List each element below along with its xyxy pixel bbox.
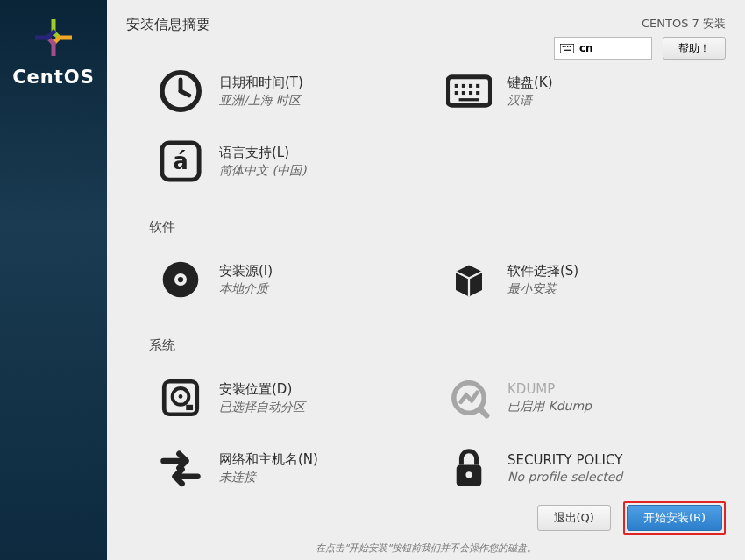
help-button[interactable]: 帮助！ <box>663 37 726 60</box>
clock-icon <box>154 65 207 117</box>
centos-logo-icon <box>32 16 75 60</box>
sidebar: CentOS <box>0 0 107 560</box>
spoke-title: 安装源(I) <box>219 263 273 280</box>
section-system: 系统 <box>149 337 726 354</box>
svg-text:á: á <box>173 148 188 174</box>
page-title: 安装信息摘要 <box>126 16 554 34</box>
spoke-software-selection[interactable]: 软件选择(S) 最小安装 <box>437 245 726 315</box>
main: 安装信息摘要 CENTOS 7 安装 cn 帮助！ 日期和时间 <box>107 0 745 560</box>
svg-rect-19 <box>462 84 465 88</box>
spoke-kdump[interactable]: KDUMP 已启用 Kdump <box>437 363 726 433</box>
svg-rect-12 <box>570 46 571 46</box>
network-icon <box>154 442 207 491</box>
svg-rect-8 <box>560 44 574 53</box>
spoke-title: 语言支持(L) <box>219 145 306 161</box>
quit-button[interactable]: 退出(Q) <box>537 505 611 531</box>
brand-text: CentOS <box>12 67 95 88</box>
content: 日期和时间(T) 亚洲/上海 时区 键盘(K) 汉语 á 语言支持(L) <box>107 61 745 491</box>
spoke-network[interactable]: 网络和主机名(N) 未连接 <box>149 433 437 491</box>
disc-icon <box>154 253 207 306</box>
spoke-sub: 亚洲/上海 时区 <box>219 93 303 109</box>
kdump-icon <box>443 372 495 424</box>
spoke-sub: 未连接 <box>219 470 318 486</box>
svg-rect-10 <box>564 46 565 46</box>
topbar: 安装信息摘要 CENTOS 7 安装 cn 帮助！ <box>107 0 745 61</box>
svg-rect-24 <box>469 91 472 95</box>
package-icon <box>443 253 495 306</box>
spoke-install-source[interactable]: 安装源(I) 本地介质 <box>149 245 437 315</box>
section-software: 软件 <box>149 219 726 236</box>
logo: CentOS <box>12 16 95 88</box>
svg-rect-22 <box>455 91 458 95</box>
product-label: CENTOS 7 安装 <box>642 16 726 32</box>
keyboard-icon <box>560 44 574 53</box>
spoke-title: 软件选择(S) <box>507 263 578 280</box>
svg-point-31 <box>178 277 183 282</box>
lock-icon <box>443 442 495 491</box>
disk-icon <box>154 372 207 424</box>
spoke-sub: 已启用 Kdump <box>507 399 592 415</box>
spoke-language[interactable]: á 语言支持(L) 简体中文 (中国) <box>149 126 437 196</box>
spoke-title: SECURITY POLICY <box>507 452 622 468</box>
spoke-sub: 已选择自动分区 <box>219 400 305 415</box>
begin-install-button[interactable]: 开始安装(B) <box>627 505 722 531</box>
svg-rect-21 <box>476 84 479 88</box>
svg-rect-11 <box>567 46 568 46</box>
spoke-sub: 汉语 <box>507 93 553 109</box>
svg-point-34 <box>179 394 183 399</box>
keyboard-large-icon <box>443 65 495 117</box>
spoke-sub: 简体中文 (中国) <box>219 163 306 179</box>
footer-note: 在点击"开始安装"按钮前我们并不会操作您的磁盘。 <box>107 542 745 560</box>
spoke-sub: No profile selected <box>507 470 622 484</box>
svg-line-37 <box>480 409 487 416</box>
svg-rect-35 <box>186 405 193 410</box>
svg-line-16 <box>181 91 189 96</box>
spoke-datetime[interactable]: 日期和时间(T) 亚洲/上海 时区 <box>149 61 437 126</box>
svg-rect-25 <box>476 91 479 95</box>
spoke-title: 键盘(K) <box>507 74 553 91</box>
begin-highlight: 开始安装(B) <box>623 501 726 535</box>
keyboard-indicator[interactable]: cn <box>554 37 652 60</box>
keyboard-indicator-text: cn <box>579 42 593 54</box>
spoke-security[interactable]: SECURITY POLICY No profile selected <box>437 433 726 491</box>
svg-rect-20 <box>469 84 472 88</box>
spoke-title: 网络和主机名(N) <box>219 451 318 468</box>
spoke-install-destination[interactable]: 安装位置(D) 已选择自动分区 <box>149 363 437 433</box>
footer: 退出(Q) 开始安装(B) <box>107 491 745 542</box>
svg-rect-23 <box>462 91 465 95</box>
svg-point-39 <box>465 471 472 478</box>
spoke-keyboard[interactable]: 键盘(K) 汉语 <box>437 61 726 126</box>
spoke-title: 安装位置(D) <box>219 381 305 398</box>
spoke-title: 日期和时间(T) <box>219 74 303 91</box>
svg-rect-26 <box>459 98 479 101</box>
svg-rect-13 <box>564 49 571 50</box>
spoke-sub: 本地介质 <box>219 281 273 297</box>
svg-rect-9 <box>563 46 564 46</box>
svg-rect-18 <box>455 84 458 88</box>
language-icon: á <box>154 135 207 188</box>
spoke-title: KDUMP <box>507 381 592 397</box>
spoke-sub: 最小安装 <box>507 281 578 297</box>
